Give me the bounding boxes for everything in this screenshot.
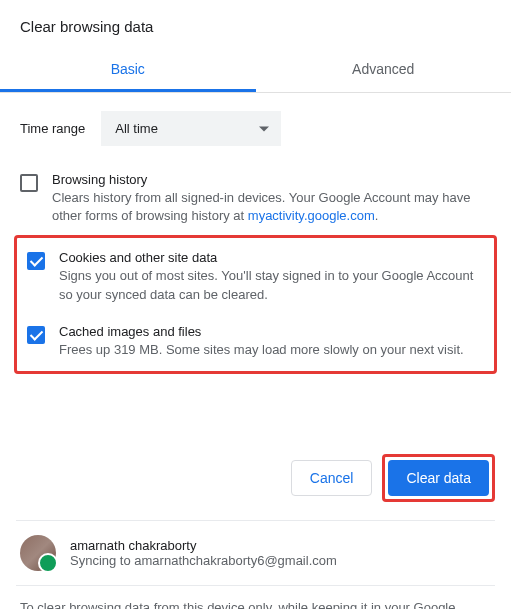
time-range-value: All time — [115, 121, 158, 136]
option-cached: Cached images and files Frees up 319 MB.… — [21, 314, 490, 369]
option-cookies: Cookies and other site data Signs you ou… — [21, 240, 490, 313]
time-range-row: Time range All time — [0, 93, 511, 156]
avatar — [20, 535, 56, 571]
time-range-dropdown[interactable]: All time — [101, 111, 281, 146]
tabs: Basic Advanced — [0, 49, 511, 93]
dialog-actions: Cancel Clear data — [0, 384, 511, 520]
clear-browsing-data-dialog: Clear browsing data Basic Advanced Time … — [0, 0, 511, 609]
option-desc: Signs you out of most sites. You'll stay… — [59, 267, 484, 303]
checkbox-cookies[interactable] — [27, 252, 45, 270]
options-list: Browsing history Clears history from all… — [0, 156, 511, 384]
checkbox-cached[interactable] — [27, 326, 45, 344]
sync-email: Syncing to amarnathchakraborty6@gmail.co… — [70, 553, 337, 568]
myactivity-link[interactable]: myactivity.google.com — [248, 208, 375, 223]
tab-basic[interactable]: Basic — [0, 49, 256, 92]
option-desc: Clears history from all signed-in device… — [52, 189, 491, 225]
dialog-title: Clear browsing data — [0, 0, 511, 49]
clear-data-highlight: Clear data — [382, 454, 495, 502]
option-browsing-history: Browsing history Clears history from all… — [14, 162, 497, 235]
footnote: To clear browsing data from this device … — [0, 586, 511, 609]
highlighted-options: Cookies and other site data Signs you ou… — [14, 235, 497, 374]
option-title: Cookies and other site data — [59, 250, 484, 265]
sync-name: amarnath chakraborty — [70, 538, 337, 553]
chevron-down-icon — [259, 126, 269, 131]
checkbox-browsing-history[interactable] — [20, 174, 38, 192]
option-title: Cached images and files — [59, 324, 464, 339]
option-desc: Frees up 319 MB. Some sites may load mor… — [59, 341, 464, 359]
tab-advanced[interactable]: Advanced — [256, 49, 512, 92]
clear-data-button[interactable]: Clear data — [388, 460, 489, 496]
option-title: Browsing history — [52, 172, 491, 187]
time-range-label: Time range — [20, 121, 85, 136]
sync-info: amarnath chakraborty Syncing to amarnath… — [0, 521, 511, 585]
cancel-button[interactable]: Cancel — [291, 460, 373, 496]
